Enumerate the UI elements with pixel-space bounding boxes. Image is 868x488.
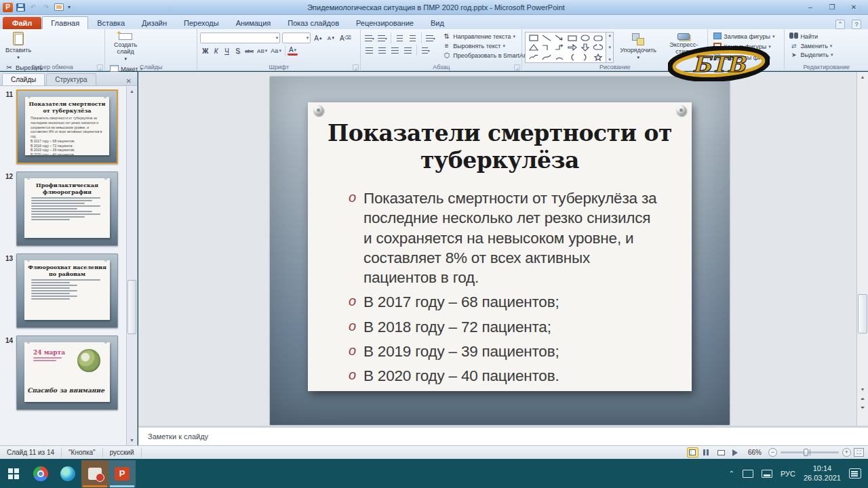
- align-right-button[interactable]: [389, 45, 401, 56]
- drawing-dialog-launcher-icon[interactable]: ⌟: [700, 64, 706, 70]
- language-indicator[interactable]: русский: [103, 448, 142, 458]
- notes-pane[interactable]: Заметки к слайду: [138, 426, 868, 445]
- font-name-combobox[interactable]: ▾: [200, 33, 280, 43]
- quick-styles-button[interactable]: Экспресс-стили▾: [663, 32, 705, 63]
- tray-language[interactable]: РУС: [781, 470, 795, 478]
- select-button[interactable]: ➤Выделить ▾: [787, 51, 835, 59]
- shape-rect-icon[interactable]: [566, 33, 578, 43]
- thumbnail-slide-14[interactable]: 14 24 марта Спасибо за внимание: [0, 336, 126, 410]
- undo-icon[interactable]: ↶: [28, 2, 39, 12]
- scrollbar-thumb[interactable]: [127, 280, 136, 334]
- align-text-button[interactable]: ≡Выровнять текст ▾: [440, 41, 534, 50]
- tab-animations[interactable]: Анимация: [228, 17, 279, 29]
- shape-curve-icon[interactable]: [540, 52, 553, 62]
- tab-slides-thumbnails[interactable]: Слайды: [2, 73, 45, 85]
- save-icon[interactable]: [15, 2, 26, 12]
- zoom-slider[interactable]: − +: [768, 448, 851, 457]
- italic-button[interactable]: К: [211, 46, 221, 56]
- slide-title[interactable]: Показатели смертности от туберкулёза: [308, 120, 692, 174]
- tab-design[interactable]: Дизайн: [134, 17, 175, 29]
- battery-icon[interactable]: [743, 470, 753, 478]
- shape-down-arrow-icon[interactable]: [578, 43, 591, 52]
- slide-canvas[interactable]: Показатели смертности от туберкулёза o П…: [270, 77, 730, 425]
- slide-sorter-view-button[interactable]: [701, 447, 713, 458]
- main-scrollbar[interactable]: ▲ ▼ ⏶ ⏷: [856, 72, 868, 426]
- help-icon[interactable]: ?: [852, 20, 861, 29]
- shape-cloud-icon[interactable]: [591, 43, 604, 52]
- tray-clock[interactable]: 10:14 26.03.2021: [804, 464, 841, 483]
- bullets-button[interactable]: ▾: [363, 33, 375, 43]
- shape-fill-button[interactable]: Заливка фигуры ▾: [711, 32, 776, 41]
- zoom-slider-thumb[interactable]: [804, 449, 808, 456]
- shape-oval-icon[interactable]: [578, 33, 591, 43]
- tab-slideshow[interactable]: Показ слайдов: [279, 17, 347, 29]
- theme-name[interactable]: "Кнопка": [62, 448, 103, 458]
- change-case-button[interactable]: Аа▾: [269, 46, 283, 56]
- action-center-icon[interactable]: [849, 468, 861, 479]
- paragraph-dialog-launcher-icon[interactable]: ⌟: [514, 64, 520, 70]
- align-left-button[interactable]: [363, 45, 375, 56]
- shrink-font-button[interactable]: А▼: [326, 33, 336, 43]
- shape-triangle-icon[interactable]: [527, 43, 540, 52]
- shape-rounded-rect-icon[interactable]: [591, 33, 604, 43]
- thumbnail-slide-13[interactable]: 13 Флюороохват населения по районам: [0, 253, 126, 328]
- next-slide-icon[interactable]: ⏷: [861, 405, 865, 411]
- font-dialog-launcher-icon[interactable]: ⌟: [353, 64, 359, 70]
- start-button[interactable]: [0, 460, 27, 487]
- normal-view-button[interactable]: [687, 447, 698, 458]
- underline-button[interactable]: Ч: [222, 46, 232, 56]
- strikethrough-button[interactable]: abc: [243, 46, 255, 56]
- thumbnails-scrollbar[interactable]: ▲ ▼: [126, 87, 137, 445]
- shapes-more-icon[interactable]: ▼: [606, 58, 613, 62]
- slide-paper[interactable]: Показатели смертности от туберкулёза o П…: [308, 102, 692, 391]
- clear-formatting-button[interactable]: А⌫: [338, 33, 353, 43]
- shapes-gallery[interactable]: [525, 32, 606, 63]
- fit-to-window-icon[interactable]: ⛶: [854, 448, 864, 457]
- character-spacing-button[interactable]: АВ▾: [256, 46, 269, 56]
- shape-line-icon[interactable]: [540, 33, 553, 43]
- shape-scribble-icon[interactable]: [527, 52, 540, 62]
- arrange-button[interactable]: Упорядочить▾: [617, 32, 659, 63]
- previous-slide-icon[interactable]: ⏶: [861, 396, 865, 403]
- convert-smartart-button[interactable]: ⬡Преобразовать в SmartArt ▾: [440, 51, 534, 60]
- shape-outline-button[interactable]: Контур фигуры ▾: [711, 42, 776, 52]
- minimize-button[interactable]: –: [802, 2, 819, 12]
- shapes-scroll-up-icon[interactable]: ▲: [606, 33, 613, 37]
- redo-icon[interactable]: ↷: [41, 2, 52, 12]
- scrollbar-thumb[interactable]: [858, 294, 867, 333]
- scroll-down-icon[interactable]: ▼: [857, 384, 868, 394]
- thumbnail-slide-12[interactable]: 12 Профилактическая флюорография: [0, 171, 126, 246]
- slideshow-view-button[interactable]: [730, 447, 741, 458]
- tab-outline[interactable]: Структура: [46, 73, 96, 85]
- reading-view-button[interactable]: [715, 447, 727, 458]
- font-color-button[interactable]: А▾: [288, 46, 298, 56]
- tab-review[interactable]: Рецензирование: [348, 17, 422, 29]
- slides-panel-close-icon[interactable]: ✕: [124, 77, 134, 85]
- slideshow-from-start-icon[interactable]: [54, 2, 64, 12]
- text-direction-button[interactable]: ⇅Направление текста ▾: [440, 32, 534, 41]
- tab-home[interactable]: Главная: [42, 16, 88, 29]
- shape-elbow-arrow-icon[interactable]: [553, 43, 566, 52]
- collapse-ribbon-icon[interactable]: ⌃: [835, 20, 845, 29]
- network-icon[interactable]: [762, 470, 772, 478]
- numbering-button[interactable]: ▾: [376, 33, 388, 43]
- thumbnail-slide-11[interactable]: 11 Показатели смертности от туберкулёза …: [0, 89, 126, 164]
- slide-body[interactable]: o Показатель смертности от туберкулёза з…: [349, 188, 659, 386]
- find-button[interactable]: Найти: [787, 32, 835, 41]
- tab-insert[interactable]: Вставка: [89, 17, 133, 29]
- columns-button[interactable]: ▾: [420, 45, 431, 56]
- new-slide-button[interactable]: Создать слайд▾: [108, 32, 143, 63]
- replace-button[interactable]: ⇄Заменить ▾: [787, 42, 835, 50]
- shape-right-arrow-icon[interactable]: [566, 43, 578, 52]
- bold-button[interactable]: Ж: [200, 46, 210, 56]
- zoom-out-icon[interactable]: −: [768, 448, 777, 457]
- shape-arrow-icon[interactable]: [553, 33, 566, 43]
- align-center-button[interactable]: [376, 45, 388, 56]
- increase-indent-button[interactable]: [407, 33, 418, 43]
- justify-button[interactable]: [402, 45, 414, 56]
- clipboard-dialog-launcher-icon[interactable]: ⌟: [97, 64, 103, 70]
- scroll-up-icon[interactable]: ▲: [127, 87, 137, 96]
- shape-select-icon[interactable]: [527, 33, 540, 43]
- shape-effects-button[interactable]: Эффекты фигур: [711, 52, 776, 62]
- restore-button[interactable]: ❐: [823, 2, 841, 12]
